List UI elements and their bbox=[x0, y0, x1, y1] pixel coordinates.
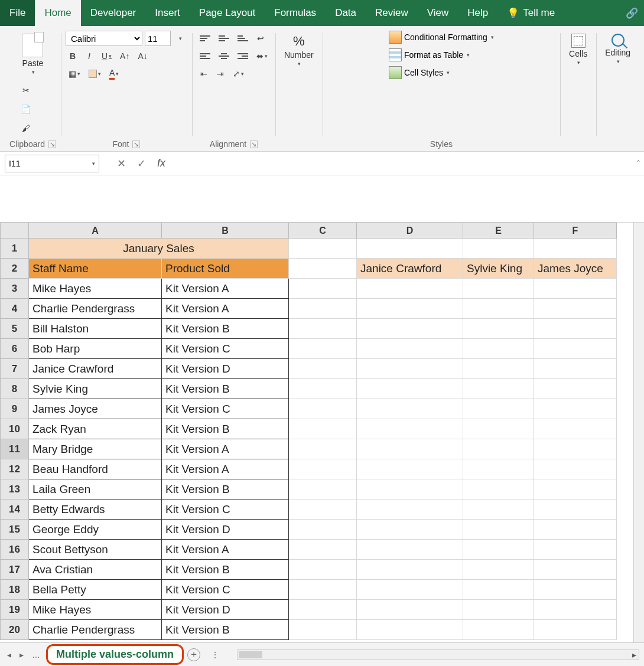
cell[interactable] bbox=[463, 379, 534, 399]
sheet-nav-first[interactable]: ◂ bbox=[5, 650, 14, 660]
share-button[interactable]: 🔗 bbox=[616, 0, 644, 26]
data-product-16[interactable]: Kit Version A bbox=[162, 540, 289, 560]
cell[interactable] bbox=[357, 520, 463, 540]
cell[interactable] bbox=[463, 439, 534, 459]
font-size-input[interactable] bbox=[145, 31, 171, 46]
cell[interactable] bbox=[463, 500, 534, 520]
title-cell[interactable]: January Sales bbox=[29, 239, 289, 259]
cell[interactable] bbox=[534, 540, 617, 560]
row-header-8[interactable]: 8 bbox=[1, 379, 29, 399]
font-color-button[interactable]: A▾ bbox=[106, 66, 122, 81]
format-as-table-button[interactable]: Format as Table ▾ bbox=[389, 48, 494, 61]
enter-formula-button[interactable]: ✓ bbox=[131, 157, 151, 170]
column-header-A[interactable]: A bbox=[29, 223, 162, 239]
clipboard-dialog-launcher[interactable]: ↘ bbox=[48, 141, 56, 148]
row-header-10[interactable]: 10 bbox=[1, 419, 29, 439]
cell[interactable] bbox=[463, 419, 534, 439]
cell[interactable] bbox=[463, 580, 534, 600]
cell[interactable] bbox=[357, 339, 463, 359]
row-header-4[interactable]: 4 bbox=[1, 299, 29, 319]
cells-button[interactable]: Cells ▾ bbox=[565, 31, 591, 68]
data-product-3[interactable]: Kit Version A bbox=[162, 279, 289, 299]
cell[interactable] bbox=[534, 600, 617, 620]
bold-button[interactable]: B bbox=[66, 48, 80, 64]
cell[interactable] bbox=[463, 540, 534, 560]
data-staff-13[interactable]: Laila Green bbox=[29, 479, 162, 500]
cell[interactable] bbox=[534, 580, 617, 600]
data-staff-12[interactable]: Beau Handford bbox=[29, 459, 162, 479]
data-staff-6[interactable]: Bob Harp bbox=[29, 339, 162, 359]
cell[interactable] bbox=[289, 339, 357, 359]
lookup-f2[interactable]: James Joyce bbox=[534, 259, 617, 279]
data-staff-3[interactable]: Mike Hayes bbox=[29, 279, 162, 299]
cell[interactable] bbox=[463, 359, 534, 379]
tab-developer[interactable]: Developer bbox=[81, 0, 146, 26]
cell[interactable] bbox=[534, 459, 617, 479]
tab-review[interactable]: Review bbox=[366, 0, 418, 26]
cell[interactable] bbox=[534, 500, 617, 520]
cell[interactable] bbox=[534, 520, 617, 540]
cell[interactable] bbox=[534, 479, 617, 500]
cell[interactable] bbox=[357, 279, 463, 299]
tab-formulas[interactable]: Formulas bbox=[265, 0, 326, 26]
cell[interactable] bbox=[289, 439, 357, 459]
cell-styles-button[interactable]: Cell Styles ▾ bbox=[389, 66, 494, 79]
cell[interactable] bbox=[289, 399, 357, 419]
align-top-button[interactable] bbox=[197, 31, 213, 46]
cell[interactable] bbox=[534, 279, 617, 299]
data-staff-20[interactable]: Charlie Pendergrass bbox=[29, 620, 162, 640]
row-header-6[interactable]: 6 bbox=[1, 339, 29, 359]
borders-button[interactable]: ▦▾ bbox=[66, 66, 83, 81]
cell[interactable] bbox=[534, 379, 617, 399]
cell[interactable] bbox=[463, 560, 534, 580]
row-header-14[interactable]: 14 bbox=[1, 500, 29, 520]
tab-help[interactable]: Help bbox=[458, 0, 497, 26]
cell[interactable] bbox=[289, 299, 357, 319]
align-middle-button[interactable] bbox=[216, 31, 232, 46]
cell[interactable] bbox=[463, 479, 534, 500]
cell[interactable] bbox=[463, 299, 534, 319]
row-header-1[interactable]: 1 bbox=[1, 239, 29, 259]
column-header-B[interactable]: B bbox=[162, 223, 289, 239]
cell[interactable] bbox=[289, 520, 357, 540]
lookup-e2[interactable]: Sylvie King bbox=[463, 259, 534, 279]
cell[interactable] bbox=[463, 239, 534, 259]
align-center-button[interactable] bbox=[216, 48, 232, 64]
row-header-12[interactable]: 12 bbox=[1, 459, 29, 479]
font-dialog-launcher[interactable]: ↘ bbox=[132, 141, 140, 148]
row-header-11[interactable]: 11 bbox=[1, 439, 29, 459]
cut-button[interactable]: ✂ bbox=[18, 83, 34, 98]
cell[interactable] bbox=[534, 620, 617, 640]
name-box[interactable]: I11 ▾ bbox=[5, 155, 99, 172]
data-staff-17[interactable]: Ava Cristian bbox=[29, 560, 162, 580]
data-staff-5[interactable]: Bill Halston bbox=[29, 319, 162, 339]
cell[interactable] bbox=[357, 299, 463, 319]
data-product-13[interactable]: Kit Version B bbox=[162, 479, 289, 500]
orientation-button[interactable]: ⤢▾ bbox=[230, 66, 247, 81]
number-format-button[interactable]: % Number ▾ bbox=[280, 31, 318, 70]
cell[interactable] bbox=[289, 620, 357, 640]
cell[interactable] bbox=[357, 560, 463, 580]
italic-button[interactable]: I bbox=[82, 48, 96, 64]
data-product-15[interactable]: Kit Version D bbox=[162, 520, 289, 540]
row-header-18[interactable]: 18 bbox=[1, 580, 29, 600]
sheet-nav-prev[interactable]: ▸ bbox=[17, 650, 26, 660]
column-header-C[interactable]: C bbox=[289, 223, 357, 239]
vertical-scrollbar[interactable] bbox=[633, 223, 644, 642]
data-staff-11[interactable]: Mary Bridge bbox=[29, 439, 162, 459]
header-product-sold[interactable]: Product Sold bbox=[162, 259, 289, 279]
underline-button[interactable]: U▾ bbox=[99, 48, 115, 64]
font-size-dropdown[interactable]: ▾ bbox=[173, 31, 187, 46]
cell[interactable] bbox=[357, 540, 463, 560]
data-staff-14[interactable]: Betty Edwards bbox=[29, 500, 162, 520]
cell[interactable] bbox=[534, 299, 617, 319]
horizontal-scrollbar[interactable]: ▸ bbox=[237, 649, 639, 660]
cell[interactable] bbox=[289, 279, 357, 299]
row-header-5[interactable]: 5 bbox=[1, 319, 29, 339]
row-header-15[interactable]: 15 bbox=[1, 520, 29, 540]
row-header-3[interactable]: 3 bbox=[1, 279, 29, 299]
tab-data[interactable]: Data bbox=[326, 0, 366, 26]
row-header-7[interactable]: 7 bbox=[1, 359, 29, 379]
scroll-right-icon[interactable]: ▸ bbox=[632, 650, 636, 660]
cell[interactable] bbox=[357, 479, 463, 500]
